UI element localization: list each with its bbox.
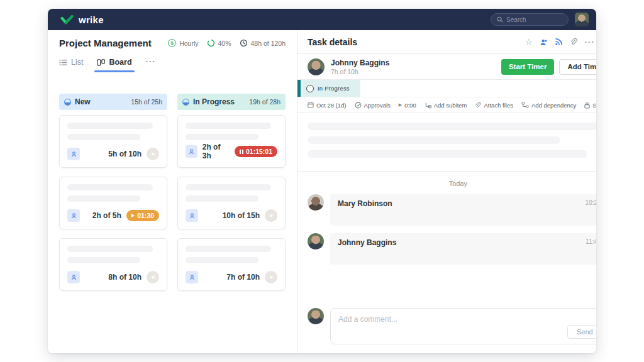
view-tabs: List Board ···	[48, 57, 297, 72]
assignee-icon[interactable]	[67, 148, 80, 160]
wrike-logo-icon	[60, 14, 74, 25]
time-tracked-badge[interactable]: 48h of 120h	[240, 39, 286, 47]
description-line-placeholder	[308, 136, 560, 144]
feed-icon[interactable]	[555, 38, 563, 46]
search-box[interactable]	[491, 13, 569, 26]
top-bar: wrike	[48, 9, 596, 30]
search-icon	[497, 16, 503, 23]
start-timer-icon[interactable]: ▶	[147, 271, 159, 283]
approval-check-icon	[355, 102, 362, 109]
column-hours: 19h of 28h	[249, 98, 280, 106]
logo-text: wrike	[79, 14, 104, 25]
comment-bubble[interactable]: Mary Robinson 10:21	[330, 194, 596, 226]
comment-item: Johnny Baggins 11:49	[308, 233, 596, 265]
attach-files-button[interactable]: Attach files	[475, 102, 513, 109]
add-subitem-button[interactable]: Add subitem	[425, 102, 467, 109]
pause-icon	[240, 150, 243, 154]
tracked-time: 2h of 5h	[92, 211, 121, 220]
assignee-icon[interactable]	[186, 145, 197, 158]
billing-badge[interactable]: $ Hourly	[168, 39, 198, 47]
task-toolbar: Oct 28 (1d) Approvals ▶ 0:00 Add subitem…	[297, 97, 596, 113]
comment-stream: Mary Robinson 10:21 Johnny Baggins 11:49	[297, 194, 596, 272]
time-tracked-label: 48h of 120h	[251, 40, 286, 47]
status-bar: In Progress	[297, 80, 596, 97]
task-details-panel: Task details ☆ ··· ✕	[297, 30, 596, 353]
paperclip-icon	[475, 102, 481, 109]
timer-value: 01:15:01	[246, 148, 272, 155]
search-input[interactable]	[506, 16, 557, 23]
attachment-paperclip-icon[interactable]	[570, 38, 578, 46]
tracked-time: 10h of 15h	[223, 211, 260, 220]
start-timer-icon[interactable]: ▶	[265, 271, 277, 283]
task-card[interactable]: 7h of 10h ▶	[177, 238, 286, 291]
billing-label: Hourly	[179, 40, 198, 47]
add-dependency-button[interactable]: Add dependency	[521, 102, 576, 109]
paused-timer-badge[interactable]: ▶ 01:30	[126, 210, 159, 221]
send-button[interactable]: Send	[567, 325, 596, 339]
column-new: New 15h of 25h 5h of 10h	[59, 94, 167, 353]
user-avatar[interactable]	[575, 13, 589, 26]
task-card[interactable]: 5h of 10h ▶	[59, 115, 167, 168]
start-timer-icon[interactable]: ▶	[147, 148, 159, 160]
task-title-placeholder	[186, 246, 271, 252]
task-card[interactable]: 2h of 3h 01:15:01	[177, 115, 286, 168]
assignee-icon[interactable]	[67, 271, 80, 283]
column-name: In Progress	[193, 97, 245, 106]
commenter-name: Mary Robinson	[338, 199, 392, 221]
progress-badge[interactable]: 40%	[207, 39, 231, 47]
start-timer-button[interactable]: Start Timer	[501, 59, 555, 75]
task-subtitle-placeholder	[67, 134, 140, 140]
tracked-time: 7h of 10h	[226, 273, 260, 282]
commenter-name: Johnny Baggins	[338, 238, 396, 260]
column-in-progress-header[interactable]: In Progress 19h of 28h	[177, 94, 286, 110]
wrike-logo[interactable]: wrike	[60, 14, 104, 25]
comment-bubble[interactable]: Johnny Baggins 11:49	[330, 233, 596, 265]
tracked-time: 2h of 3h	[203, 143, 230, 160]
task-description[interactable]	[297, 113, 596, 172]
board-view-icon	[97, 59, 105, 66]
due-date-button[interactable]: Oct 28 (1d)	[308, 102, 347, 109]
list-view-icon	[59, 59, 67, 66]
task-card[interactable]: 8h of 10h ▶	[59, 238, 167, 291]
task-subtitle-placeholder	[186, 195, 258, 202]
share-button[interactable]: Share	[584, 102, 596, 109]
comment-composer: Send	[297, 308, 596, 353]
status-circle-icon	[306, 85, 314, 92]
subitem-icon	[425, 102, 431, 109]
tracked-time: 5h of 10h	[108, 150, 142, 158]
timer-button[interactable]: ▶ 0:00	[399, 102, 416, 109]
calendar-icon	[308, 102, 314, 108]
comment-item: Mary Robinson 10:21	[308, 194, 596, 226]
tabs-more-button[interactable]: ···	[146, 57, 156, 72]
task-card[interactable]: 10h of 15h ▶	[177, 177, 286, 229]
assignee-icon[interactable]	[186, 209, 198, 222]
lock-icon	[584, 102, 590, 109]
column-new-header[interactable]: New 15h of 25h	[59, 94, 167, 110]
task-title-placeholder	[67, 246, 153, 252]
tab-list[interactable]: List	[59, 58, 83, 72]
favorite-star-icon[interactable]: ☆	[525, 38, 533, 46]
column-in-progress: In Progress 19h of 28h 2h of 3h	[177, 94, 286, 353]
more-options-icon[interactable]: ···	[585, 38, 595, 46]
project-badges: $ Hourly 40%	[168, 39, 286, 47]
add-time-button[interactable]: Add Time	[559, 59, 596, 75]
assignee-avatar[interactable]	[308, 58, 325, 75]
project-panel: Project Management $ Hourly 40%	[48, 30, 297, 353]
assignee-icon[interactable]	[67, 209, 80, 222]
play-icon: ▶	[399, 102, 402, 107]
task-card[interactable]: 2h of 5h ▶ 01:30	[59, 177, 167, 229]
tab-board[interactable]: Board	[97, 58, 131, 72]
dependency-icon	[521, 102, 529, 108]
status-circle-icon	[64, 99, 71, 106]
commenter-avatar[interactable]	[308, 194, 324, 211]
approvals-button[interactable]: Approvals	[355, 102, 391, 109]
start-timer-icon[interactable]: ▶	[265, 209, 277, 222]
share-with-user-icon[interactable]	[540, 38, 548, 46]
description-line-placeholder	[308, 123, 596, 130]
commenter-avatar[interactable]	[308, 233, 324, 250]
play-icon: ▶	[131, 213, 135, 218]
running-timer-badge[interactable]: 01:15:01	[235, 146, 277, 157]
assignee-icon[interactable]	[186, 271, 198, 283]
status-selector[interactable]: In Progress	[301, 80, 360, 97]
comment-input[interactable]	[331, 309, 564, 329]
